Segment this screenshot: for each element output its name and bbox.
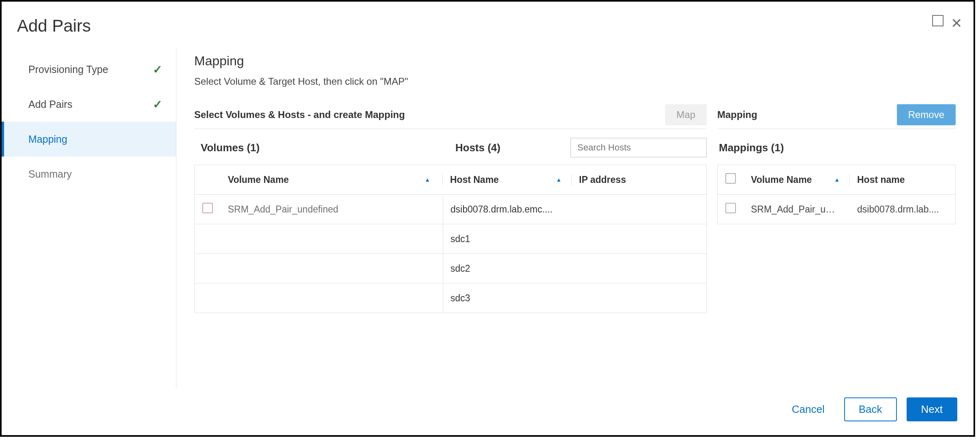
host-row-name: sdc3 [443,293,572,304]
mappings-table: Volume Name ▲ Host name SRM_Add_Pair_u… … [717,165,956,224]
host-row[interactable]: dsib0078.drm.lab.emc.... [443,195,706,224]
host-row-name: sdc2 [443,263,572,274]
right-subhead-row: Mappings (1) [717,135,956,160]
sort-asc-icon: ▲ [834,176,842,183]
step-summary[interactable]: Summary [2,157,176,191]
remove-button[interactable]: Remove [897,104,956,125]
check-icon: ✓ [153,63,162,76]
wizard-sidebar: Provisioning Type ✓ Add Pairs ✓ Mapping … [2,47,176,388]
host-rows: dsib0078.drm.lab.emc.... sdc1 sdc2 [443,195,706,313]
step-add-pairs[interactable]: Add Pairs ✓ [2,87,176,122]
right-section-bar: Mapping Remove [717,104,956,129]
host-row[interactable]: sdc3 [443,283,706,313]
col-ip-address-label: IP address [579,174,626,185]
volume-row[interactable]: SRM_Add_Pair_undefined [195,195,443,224]
titlebar: Add Pairs ✕ [2,2,974,36]
close-icon[interactable]: ✕ [951,16,962,30]
sort-asc-icon: ▲ [556,176,564,183]
page-title: Mapping [194,54,956,69]
left-section-label: Select Volumes & Hosts - and create Mapp… [194,109,665,120]
col-m-host-name[interactable]: Host name [850,174,955,185]
back-button[interactable]: Back [844,397,897,421]
col-m-volume-name-label: Volume Name [751,174,812,185]
map-button[interactable]: Map [665,104,707,125]
step-label: Provisioning Type [28,64,108,75]
col-volume-name-label: Volume Name [228,174,289,185]
host-row[interactable]: sdc1 [443,224,706,254]
mapping-row-volume: SRM_Add_Pair_u… [744,204,850,215]
cancel-button[interactable]: Cancel [782,399,834,420]
volume-row-checkbox[interactable] [202,203,213,213]
volume-row-name: SRM_Add_Pair_undefined [221,204,345,215]
volume-row-empty: . [195,224,443,254]
col-host-name[interactable]: Host Name ▲ [443,174,572,185]
mappings-count-header: Mappings (1) [717,142,956,154]
volumes-hosts-panel: Select Volumes & Hosts - and create Mapp… [194,104,707,313]
hosts-count-header: Hosts (4) [455,142,570,154]
m-thead: Volume Name ▲ Host name [718,165,955,195]
dialog-title: Add Pairs [17,16,91,36]
col-ip-address[interactable]: IP address [572,174,706,185]
maximize-icon[interactable] [932,15,944,26]
volumes-hosts-table: Volume Name ▲ Host Name ▲ IP address [194,165,707,313]
left-section-bar: Select Volumes & Hosts - and create Mapp… [194,104,707,129]
volume-row-empty: . [195,283,443,313]
col-volume-name[interactable]: Volume Name ▲ [221,174,443,185]
volumes-count-header: Volumes (1) [194,142,455,154]
step-label: Summary [28,168,72,180]
sort-asc-icon: ▲ [425,176,435,183]
search-hosts-input[interactable] [570,138,707,157]
add-pairs-dialog: Add Pairs ✕ Provisioning Type ✓ Add Pair… [0,0,975,437]
check-icon: ✓ [153,98,162,111]
wizard-footer: Cancel Back Next [2,388,974,435]
step-label: Add Pairs [28,99,72,110]
page-subtitle: Select Volume & Target Host, then click … [194,76,956,87]
left-subhead-row: Volumes (1) Hosts (4) [194,135,707,160]
col-m-volume-name[interactable]: Volume Name ▲ [744,174,850,185]
select-all-checkbox[interactable] [725,173,736,184]
vh-rows: SRM_Add_Pair_undefined . . . dsib0078.dr… [195,195,706,313]
right-section-label: Mapping [717,109,897,120]
host-row-name: sdc1 [443,234,572,245]
col-m-host-name-label: Host name [857,174,905,185]
mapping-row-checkbox[interactable] [725,203,736,213]
main-panel: Mapping Select Volume & Target Host, the… [176,47,974,388]
mapping-checkbox-header[interactable] [718,173,744,186]
host-row-name: dsib0078.drm.lab.emc.... [443,204,572,215]
dialog-body: Provisioning Type ✓ Add Pairs ✓ Mapping … [2,47,974,388]
next-button[interactable]: Next [907,397,957,421]
step-provisioning-type[interactable]: Provisioning Type ✓ [2,52,176,87]
mapping-row-host: dsib0078.drm.lab.... [850,204,955,215]
mappings-panel: Mapping Remove Mappings (1) Volume Name … [717,104,956,313]
step-label: Mapping [28,133,67,145]
vh-thead: Volume Name ▲ Host Name ▲ IP address [195,165,706,195]
host-row[interactable]: sdc2 [443,254,706,283]
volume-rows: SRM_Add_Pair_undefined . . . [195,195,443,313]
step-mapping[interactable]: Mapping [2,122,176,157]
col-host-name-label: Host Name [450,174,499,185]
volume-row-empty: . [195,254,443,283]
titlebar-actions: ✕ [932,14,962,28]
content-columns: Select Volumes & Hosts - and create Mapp… [194,104,956,313]
mapping-row[interactable]: SRM_Add_Pair_u… dsib0078.drm.lab.... [718,195,955,224]
